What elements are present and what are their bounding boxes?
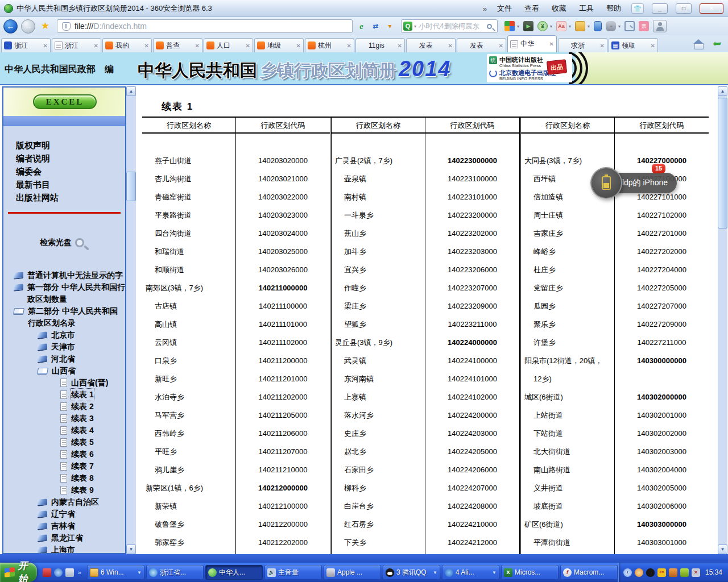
- home-icon[interactable]: [693, 39, 705, 48]
- tray-clock-icon[interactable]: [635, 568, 643, 577]
- tab-领取[interactable]: 领取✕: [609, 38, 658, 52]
- page-scroll-thumb[interactable]: [718, 98, 727, 228]
- games-icon[interactable]: [606, 21, 616, 31]
- dropdown-check-icon[interactable]: ▾: [384, 21, 395, 32]
- tab-发表[interactable]: 发表✕: [457, 38, 506, 52]
- iphone-battery-popup[interactable]: ldp的 iPhone 15: [590, 166, 677, 200]
- tree-item-续表 9[interactable]: 续表 9: [3, 484, 125, 496]
- tab-close-icon[interactable]: ✕: [398, 43, 402, 49]
- tree-item-辽宁省[interactable]: 辽宁省: [3, 508, 125, 520]
- restore-tab-icon[interactable]: ➥: [713, 38, 721, 50]
- sidebar-link-编委会[interactable]: 编委会: [16, 165, 125, 178]
- tree-item-续表 3[interactable]: 续表 3: [3, 413, 125, 425]
- page-scroll-up-icon[interactable]: ▲: [718, 86, 727, 96]
- menu-tools[interactable]: 工具: [577, 2, 596, 15]
- menu-favorites[interactable]: 收藏: [549, 2, 569, 15]
- taskbar-button-浙江省...[interactable]: 浙江省...: [146, 565, 204, 580]
- taskbar-button-主音量[interactable]: 🔊主音量: [264, 565, 322, 580]
- tab-人口[interactable]: 人口✕: [204, 38, 253, 52]
- tree-item-上海市[interactable]: 上海市: [3, 544, 125, 554]
- quicklaunch-chevron-icon[interactable]: »: [78, 569, 81, 576]
- tree-item-续表 5[interactable]: 续表 5: [3, 436, 125, 448]
- start-button[interactable]: 开始: [0, 563, 37, 582]
- tab-地级[interactable]: 地级✕: [254, 38, 304, 52]
- wallet-shield-dropdown-icon[interactable]: ▾: [550, 24, 552, 29]
- minimize-button[interactable]: _: [652, 3, 668, 14]
- tree-item-续表 6[interactable]: 续表 6: [3, 448, 125, 460]
- tray-qq-icon[interactable]: [646, 568, 655, 577]
- taskbar-button-3 腾讯QQ[interactable]: 3 腾讯QQ▼: [383, 565, 440, 580]
- tree-item-山西省(晋)[interactable]: 山西省(晋): [3, 377, 125, 389]
- menu-file[interactable]: 文件: [495, 2, 514, 15]
- taskbar-button-Apple ...[interactable]: Apple ...: [324, 565, 381, 580]
- search-engine-caret[interactable]: ▾: [414, 24, 416, 29]
- sidebar-link-出版社网站[interactable]: 出版社网站: [16, 191, 125, 204]
- popup-circle[interactable]: [590, 167, 622, 199]
- menu-view[interactable]: 查看: [522, 2, 541, 15]
- ie-compat-icon[interactable]: e: [356, 21, 367, 32]
- tab-close-icon[interactable]: ✕: [448, 43, 453, 49]
- tab-发表[interactable]: 发表✕: [406, 38, 456, 52]
- video-player-icon[interactable]: [523, 21, 533, 31]
- games-dropdown-icon[interactable]: ▾: [618, 24, 621, 29]
- search-input[interactable]: 小时代4删除柯震东: [419, 22, 486, 31]
- tree-item-内蒙古自治区[interactable]: 内蒙古自治区: [3, 496, 125, 508]
- maximize-button[interactable]: □: [676, 3, 692, 14]
- taskbar-button-Macrom...[interactable]: fMacrom...: [560, 565, 618, 580]
- sidebar-scroll-down-icon[interactable]: ▼: [126, 544, 136, 554]
- tray-security-icon[interactable]: [680, 568, 689, 577]
- search-disc-link[interactable]: 检索光盘: [40, 238, 125, 248]
- tab-close-icon[interactable]: ✕: [246, 43, 250, 49]
- search-engine-icon[interactable]: Q: [403, 22, 412, 31]
- tree-item-第一部分 中华人民共和国行政区划数量[interactable]: 第一部分 中华人民共和国行政区划数量: [3, 281, 125, 305]
- tree-item-第二部分 中华人民共和国行政区划名录[interactable]: 第二部分 中华人民共和国行政区划名录: [3, 305, 125, 329]
- site-shield-icon[interactable]: [62, 22, 71, 31]
- sidebar-scroll-up-icon[interactable]: ▲: [126, 86, 136, 96]
- apps-grid-icon[interactable]: [504, 21, 515, 31]
- quicklaunch-browser-icon[interactable]: [54, 568, 63, 577]
- page-scrollbar[interactable]: ▲ ▼: [718, 86, 727, 554]
- excel-button[interactable]: EXCEL: [33, 94, 97, 109]
- favorites-star-icon[interactable]: ★: [41, 21, 51, 31]
- font-style-icon[interactable]: Aa: [556, 21, 566, 31]
- tab-求浙[interactable]: 求浙✕: [558, 38, 607, 52]
- tree-item-续表 4[interactable]: 续表 4: [3, 425, 125, 436]
- tree-item-续表 1[interactable]: 续表 1: [3, 389, 125, 401]
- back-button[interactable]: ←: [3, 19, 18, 34]
- user-avatar-icon[interactable]: [653, 20, 667, 32]
- font-style-dropdown-icon[interactable]: ▾: [569, 24, 571, 29]
- tab-close-icon[interactable]: ✕: [499, 43, 503, 49]
- tray-collapse-chevron-icon[interactable]: ‹: [623, 568, 632, 577]
- taskbar-button-dropdown-icon[interactable]: ▼: [433, 570, 437, 575]
- folder-collect-icon[interactable]: [575, 21, 585, 31]
- search-box[interactable]: Q ▾ 小时代4删除柯震东: [401, 19, 498, 33]
- page-zoom-icon[interactable]: [624, 21, 635, 31]
- apps-grid-dropdown-icon[interactable]: ▾: [517, 24, 519, 29]
- skin-icon[interactable]: 👕: [631, 3, 644, 14]
- menu-overflow-chevron[interactable]: »: [483, 5, 487, 13]
- tab-close-icon[interactable]: ✕: [296, 43, 301, 49]
- folder-collect-dropdown-icon[interactable]: ▾: [588, 24, 590, 29]
- tab-中华[interactable]: 中华✕: [507, 35, 557, 52]
- tray-downloader-icon[interactable]: [669, 568, 677, 577]
- quicklaunch-paint-icon[interactable]: [43, 568, 51, 577]
- quicklaunch-desktop-icon[interactable]: [65, 568, 74, 577]
- tab-close-icon[interactable]: ✕: [195, 43, 200, 49]
- menu-help[interactable]: 帮助: [604, 2, 623, 15]
- phone-sync-icon[interactable]: [594, 21, 602, 31]
- taskbar-button-4 Ali...[interactable]: 4 Ali...▼: [442, 565, 499, 580]
- tree-item-河北省[interactable]: 河北省: [3, 353, 125, 365]
- tab-浙江[interactable]: 浙江✕: [1, 38, 51, 52]
- tree-item-天津市[interactable]: 天津市: [3, 341, 125, 353]
- tree-item-续表 8[interactable]: 续表 8: [3, 472, 125, 484]
- close-button[interactable]: ✕: [700, 3, 723, 14]
- tab-普查[interactable]: 普查✕: [153, 38, 202, 52]
- tab-close-icon[interactable]: ✕: [43, 43, 48, 49]
- tab-close-icon[interactable]: ✕: [651, 43, 655, 49]
- tab-close-icon[interactable]: ✕: [549, 41, 554, 47]
- tab-close-icon[interactable]: ✕: [600, 43, 605, 49]
- address-bar[interactable]: file:/// D:/indexch.htm: [57, 19, 353, 33]
- tab-我的[interactable]: 我的✕: [102, 38, 152, 52]
- forward-button[interactable]: →: [21, 19, 35, 34]
- sidebar-link-最新书目[interactable]: 最新书目: [16, 178, 125, 191]
